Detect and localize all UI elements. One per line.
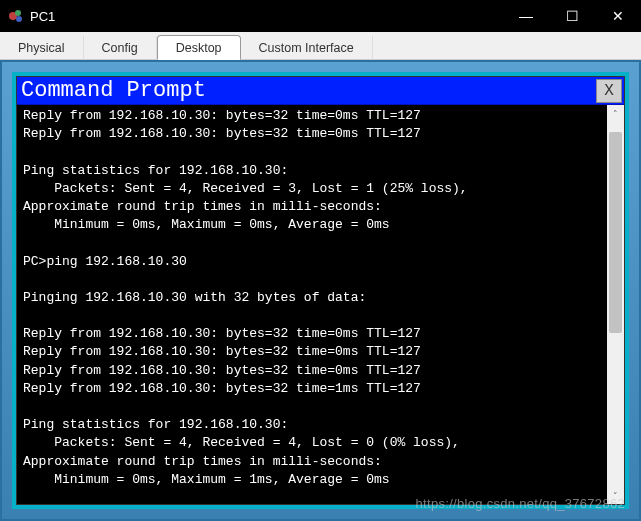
tab-custom-interface[interactable]: Custom Interface [241, 36, 373, 60]
command-prompt-titlebar[interactable]: Command Prompt X [17, 77, 624, 105]
desktop-area: Command Prompt X Reply from 192.168.10.3… [0, 60, 641, 521]
minimize-icon: — [519, 8, 533, 24]
scroll-track[interactable] [607, 122, 624, 487]
x-icon: X [604, 82, 614, 100]
command-prompt-body-wrap: Reply from 192.168.10.30: bytes=32 time=… [17, 105, 624, 504]
close-icon: ✕ [612, 8, 624, 24]
scrollbar[interactable]: ˄ ˅ [607, 105, 624, 504]
tab-config[interactable]: Config [84, 36, 157, 60]
maximize-icon: ☐ [566, 8, 579, 24]
maximize-button[interactable]: ☐ [549, 0, 595, 32]
command-prompt-output[interactable]: Reply from 192.168.10.30: bytes=32 time=… [17, 105, 607, 504]
scroll-thumb[interactable] [609, 132, 622, 333]
tab-strip: Physical Config Desktop Custom Interface [0, 32, 641, 60]
desktop-frame: Command Prompt X Reply from 192.168.10.3… [12, 72, 629, 509]
tab-desktop[interactable]: Desktop [157, 35, 241, 60]
titlebar[interactable]: PC1 — ☐ ✕ [0, 0, 641, 32]
command-prompt-window: Command Prompt X Reply from 192.168.10.3… [16, 76, 625, 505]
app-icon [8, 8, 24, 24]
minimize-button[interactable]: — [503, 0, 549, 32]
svg-point-1 [15, 10, 21, 16]
command-prompt-title: Command Prompt [21, 78, 596, 103]
svg-point-2 [16, 16, 22, 22]
scroll-down-arrow-icon[interactable]: ˅ [607, 487, 624, 504]
tab-physical[interactable]: Physical [0, 36, 84, 60]
close-button[interactable]: ✕ [595, 0, 641, 32]
command-prompt-close-button[interactable]: X [596, 79, 622, 103]
window-title: PC1 [30, 9, 55, 24]
scroll-up-arrow-icon[interactable]: ˄ [607, 105, 624, 122]
